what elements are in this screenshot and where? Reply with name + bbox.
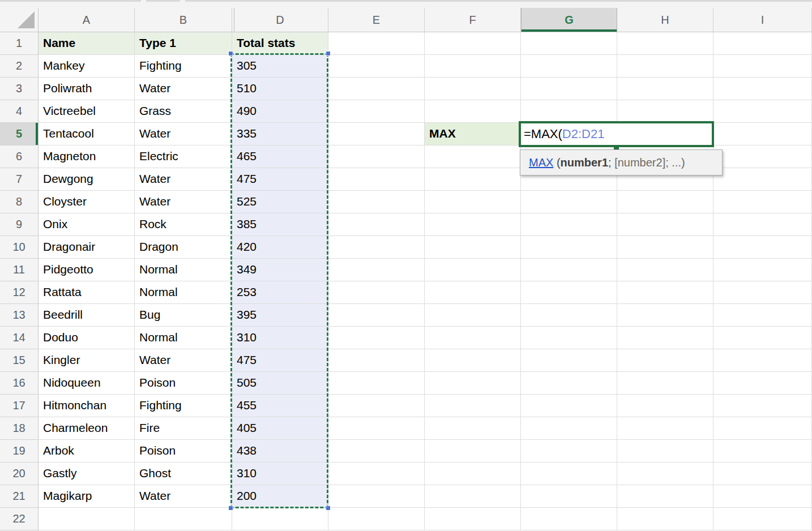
cell-B11[interactable]: Normal: [135, 259, 232, 281]
row-header-14[interactable]: 14: [0, 327, 39, 349]
cell-I6[interactable]: [713, 145, 812, 168]
cell-F11[interactable]: [425, 259, 521, 281]
cell-A9[interactable]: Onix: [39, 213, 135, 236]
cell-A21[interactable]: Magikarp: [39, 485, 135, 508]
cell-F22[interactable]: [425, 508, 521, 530]
cell-E2[interactable]: [328, 55, 425, 78]
cell-A3[interactable]: Poliwrath: [39, 78, 135, 100]
row-header-1[interactable]: 1: [0, 32, 39, 55]
cell-B5[interactable]: Water: [135, 123, 232, 145]
cell-G19[interactable]: [521, 440, 617, 463]
cell-D22[interactable]: [232, 508, 328, 530]
row-header-2[interactable]: 2: [0, 55, 39, 78]
cell-F20[interactable]: [425, 463, 521, 485]
cell-D8[interactable]: 525: [232, 191, 328, 213]
column-header-I[interactable]: I: [713, 8, 812, 32]
cell-E8[interactable]: [328, 191, 425, 213]
cell-D19[interactable]: 438: [232, 440, 328, 463]
selection-handle-bottom-left[interactable]: [228, 506, 233, 511]
cell-B16[interactable]: Poison: [135, 372, 232, 395]
cell-A12[interactable]: Rattata: [39, 281, 135, 304]
column-header-B[interactable]: B: [135, 8, 232, 32]
cell-A14[interactable]: Doduo: [39, 327, 135, 349]
row-header-21[interactable]: 21: [0, 485, 39, 508]
cell-H4[interactable]: [617, 100, 713, 123]
cell-E21[interactable]: [328, 485, 425, 508]
cell-H10[interactable]: [617, 236, 713, 259]
cell-E15[interactable]: [328, 349, 425, 372]
cell-H22[interactable]: [617, 508, 713, 530]
cell-H13[interactable]: [617, 304, 713, 327]
cell-D5[interactable]: 335: [232, 123, 328, 145]
cell-B14[interactable]: Normal: [135, 327, 232, 349]
cell-B17[interactable]: Fighting: [135, 395, 232, 417]
cell-I20[interactable]: [713, 463, 812, 485]
cell-H19[interactable]: [617, 440, 713, 463]
cell-F6[interactable]: [425, 145, 521, 168]
cell-E19[interactable]: [328, 440, 425, 463]
row-header-17[interactable]: 17: [0, 395, 39, 417]
cell-I16[interactable]: [713, 372, 812, 395]
cell-I8[interactable]: [713, 191, 812, 213]
cell-E3[interactable]: [328, 78, 425, 100]
cell-G14[interactable]: [521, 327, 617, 349]
cell-G10[interactable]: [521, 236, 617, 259]
cell-F5-max-label[interactable]: MAX: [425, 123, 521, 145]
cell-F2[interactable]: [425, 55, 521, 78]
cell-D21[interactable]: 200: [232, 485, 328, 508]
cell-G18[interactable]: [521, 417, 617, 440]
cell-A16[interactable]: Nidoqueen: [39, 372, 135, 395]
cell-E9[interactable]: [328, 213, 425, 236]
cell-D7[interactable]: 475: [232, 168, 328, 191]
cell-H17[interactable]: [617, 395, 713, 417]
column-header-G[interactable]: G: [521, 8, 617, 32]
cell-D15[interactable]: 475: [232, 349, 328, 372]
cell-E10[interactable]: [328, 236, 425, 259]
cell-E20[interactable]: [328, 463, 425, 485]
cell-B18[interactable]: Fire: [135, 417, 232, 440]
cell-D13[interactable]: 395: [232, 304, 328, 327]
cell-H8[interactable]: [617, 191, 713, 213]
cell-B19[interactable]: Poison: [135, 440, 232, 463]
row-header-4[interactable]: 4: [0, 100, 39, 123]
cell-B7[interactable]: Water: [135, 168, 232, 191]
cell-I10[interactable]: [713, 236, 812, 259]
cell-F8[interactable]: [425, 191, 521, 213]
cell-E14[interactable]: [328, 327, 425, 349]
cell-B10[interactable]: Dragon: [135, 236, 232, 259]
cell-F10[interactable]: [425, 236, 521, 259]
row-header-9[interactable]: 9: [0, 213, 39, 236]
cell-A19[interactable]: Arbok: [39, 440, 135, 463]
cell-I17[interactable]: [713, 395, 812, 417]
row-header-11[interactable]: 11: [0, 259, 39, 281]
function-help-link[interactable]: MAX: [529, 156, 553, 169]
cell-I22[interactable]: [713, 508, 812, 530]
cell-B1[interactable]: Type 1: [135, 32, 232, 55]
cell-E17[interactable]: [328, 395, 425, 417]
cell-G21[interactable]: [521, 485, 617, 508]
cell-I5[interactable]: [713, 123, 812, 145]
column-header-F[interactable]: F: [425, 8, 521, 32]
cell-F14[interactable]: [425, 327, 521, 349]
cell-D1[interactable]: Total stats: [232, 32, 328, 55]
cell-E4[interactable]: [328, 100, 425, 123]
cell-I9[interactable]: [713, 213, 812, 236]
cell-B8[interactable]: Water: [135, 191, 232, 213]
cell-D6[interactable]: 465: [232, 145, 328, 168]
cell-F13[interactable]: [425, 304, 521, 327]
cell-H21[interactable]: [617, 485, 713, 508]
row-header-22[interactable]: 22: [0, 508, 39, 530]
cell-D20[interactable]: 310: [232, 463, 328, 485]
cell-B22[interactable]: [135, 508, 232, 530]
row-header-20[interactable]: 20: [0, 463, 39, 485]
cell-E18[interactable]: [328, 417, 425, 440]
cell-A6[interactable]: Magneton: [39, 145, 135, 168]
cell-E13[interactable]: [328, 304, 425, 327]
cell-B12[interactable]: Normal: [135, 281, 232, 304]
cell-H18[interactable]: [617, 417, 713, 440]
cell-I2[interactable]: [713, 55, 812, 78]
cell-B15[interactable]: Water: [135, 349, 232, 372]
cell-E1[interactable]: [328, 32, 425, 55]
cell-D16[interactable]: 505: [232, 372, 328, 395]
cell-H15[interactable]: [617, 349, 713, 372]
